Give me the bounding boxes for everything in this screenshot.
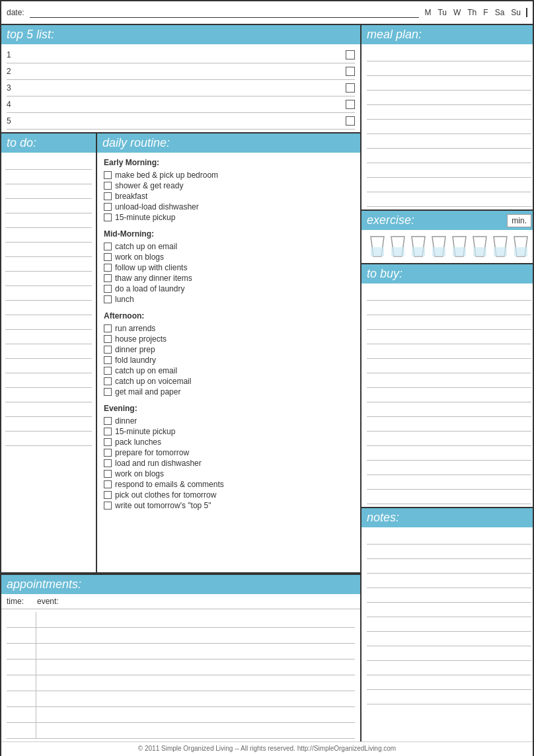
routine-checkbox[interactable]	[104, 243, 112, 250]
top5-checkbox-3[interactable]	[346, 83, 355, 93]
notes-line[interactable]	[367, 603, 531, 617]
buy-line[interactable]	[367, 344, 531, 359]
todo-line[interactable]	[5, 170, 92, 184]
buy-line[interactable]	[367, 475, 531, 490]
todo-line[interactable]	[5, 243, 92, 257]
routine-checkbox[interactable]	[104, 253, 112, 261]
appt-event-field[interactable]	[42, 660, 355, 675]
routine-checkbox[interactable]	[104, 438, 112, 446]
routine-checkbox[interactable]	[104, 324, 112, 332]
routine-checkbox[interactable]	[104, 388, 112, 396]
routine-checkbox[interactable]	[104, 480, 112, 488]
notes-line[interactable]	[367, 617, 531, 632]
routine-checkbox[interactable]	[104, 502, 112, 510]
top5-checkbox-5[interactable]	[346, 116, 355, 126]
todo-line[interactable]	[5, 359, 92, 373]
notes-line[interactable]	[367, 530, 531, 545]
todo-line[interactable]	[5, 213, 92, 228]
appt-time-field[interactable]	[7, 660, 36, 675]
notes-line[interactable]	[367, 574, 531, 588]
routine-checkbox[interactable]	[104, 491, 112, 499]
buy-line[interactable]	[367, 388, 531, 402]
appt-time-field[interactable]	[7, 707, 36, 722]
routine-checkbox[interactable]	[104, 274, 112, 282]
routine-checkbox[interactable]	[104, 182, 112, 190]
notes-line[interactable]	[367, 675, 531, 690]
todo-line[interactable]	[5, 199, 92, 213]
notes-line[interactable]	[367, 588, 531, 603]
routine-checkbox[interactable]	[104, 449, 112, 457]
routine-checkbox[interactable]	[104, 213, 112, 221]
routine-checkbox[interactable]	[104, 295, 112, 303]
buy-line[interactable]	[367, 402, 531, 417]
todo-line[interactable]	[5, 228, 92, 243]
todo-line[interactable]	[5, 432, 92, 446]
buy-line[interactable]	[367, 315, 531, 330]
meal-line[interactable]	[367, 134, 531, 149]
meal-line[interactable]	[367, 76, 531, 91]
appt-time-field[interactable]	[7, 675, 36, 691]
appt-event-field[interactable]	[42, 691, 355, 706]
notes-line[interactable]	[367, 559, 531, 574]
top5-checkbox-1[interactable]	[346, 50, 355, 59]
notes-line[interactable]	[367, 545, 531, 559]
buy-line[interactable]	[367, 301, 531, 315]
todo-line[interactable]	[5, 315, 92, 330]
meal-line[interactable]	[367, 149, 531, 163]
todo-line[interactable]	[5, 257, 92, 272]
meal-line[interactable]	[367, 192, 531, 207]
notes-line[interactable]	[367, 661, 531, 675]
routine-checkbox[interactable]	[104, 171, 112, 179]
buy-line[interactable]	[367, 373, 531, 388]
buy-line[interactable]	[367, 330, 531, 344]
routine-checkbox[interactable]	[104, 470, 112, 478]
todo-line[interactable]	[5, 388, 92, 402]
meal-line[interactable]	[367, 47, 531, 61]
buy-line[interactable]	[367, 286, 531, 301]
appt-time-field[interactable]	[7, 612, 36, 627]
meal-line[interactable]	[367, 105, 531, 120]
routine-checkbox[interactable]	[104, 356, 112, 364]
todo-line[interactable]	[5, 272, 92, 286]
routine-checkbox[interactable]	[104, 377, 112, 385]
todo-line[interactable]	[5, 417, 92, 432]
appt-event-field[interactable]	[42, 628, 355, 643]
meal-line[interactable]	[367, 120, 531, 134]
appt-event-field[interactable]	[42, 612, 355, 627]
meal-line[interactable]	[367, 91, 531, 105]
top5-checkbox-2[interactable]	[346, 67, 355, 76]
appt-event-field[interactable]	[42, 723, 355, 738]
routine-checkbox[interactable]	[104, 203, 112, 211]
notes-line[interactable]	[367, 646, 531, 661]
meal-line[interactable]	[367, 163, 531, 178]
routine-checkbox[interactable]	[104, 459, 112, 467]
todo-line[interactable]	[5, 301, 92, 315]
appt-time-field[interactable]	[7, 644, 36, 659]
todo-line[interactable]	[5, 344, 92, 359]
notes-line[interactable]	[367, 690, 531, 704]
routine-checkbox[interactable]	[104, 428, 112, 435]
todo-line[interactable]	[5, 373, 92, 388]
routine-checkbox[interactable]	[104, 367, 112, 375]
date-input-line[interactable]	[30, 7, 420, 18]
meal-line[interactable]	[367, 61, 531, 76]
todo-line[interactable]	[5, 402, 92, 417]
appt-event-field[interactable]	[42, 707, 355, 722]
appt-time-field[interactable]	[7, 723, 36, 738]
routine-checkbox[interactable]	[104, 346, 112, 354]
routine-checkbox[interactable]	[104, 335, 112, 343]
routine-checkbox[interactable]	[104, 192, 112, 200]
top5-checkbox-4[interactable]	[346, 100, 355, 109]
todo-line[interactable]	[5, 330, 92, 344]
routine-checkbox[interactable]	[104, 417, 112, 425]
appt-event-field[interactable]	[42, 675, 355, 691]
todo-line[interactable]	[5, 286, 92, 301]
buy-line[interactable]	[367, 359, 531, 373]
buy-line[interactable]	[367, 490, 531, 504]
appt-time-field[interactable]	[7, 628, 36, 643]
buy-line[interactable]	[367, 432, 531, 446]
todo-line[interactable]	[5, 155, 92, 170]
buy-line[interactable]	[367, 461, 531, 475]
todo-line[interactable]	[5, 184, 92, 199]
routine-checkbox[interactable]	[104, 285, 112, 293]
